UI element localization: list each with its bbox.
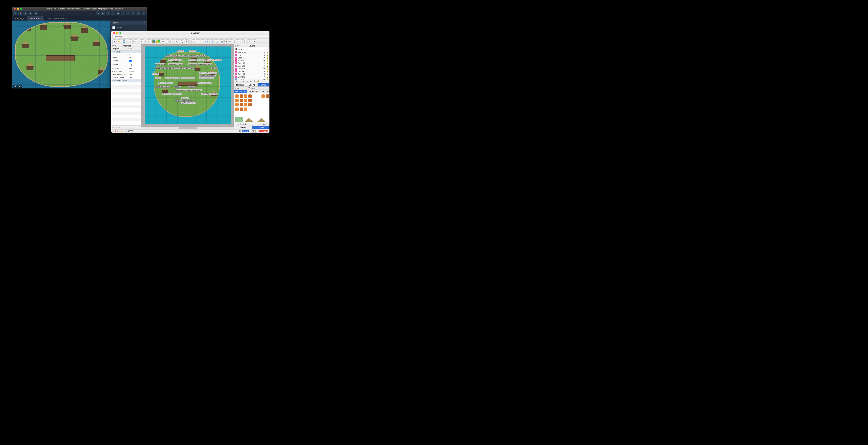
layer-row[interactable]: Domek4👁🔓 — [234, 67, 270, 70]
tool-icon[interactable]: ◩ — [101, 11, 105, 15]
redo-icon[interactable]: ↷ — [126, 11, 130, 15]
terrain-icon[interactable]: ◆ — [152, 39, 156, 43]
lock-icon[interactable]: 🔒 — [257, 80, 260, 83]
insert-text-icon[interactable]: Abc — [229, 39, 233, 43]
select-same-icon[interactable]: ╲ — [180, 39, 184, 43]
tileset-tab[interactable]: tile_vikings1 — [261, 90, 270, 93]
object-label[interactable]: Domek_graf_5_raf_6 — [155, 86, 170, 88]
object-label[interactable]: Domek_graf_5_raf_6 — [197, 82, 212, 84]
object-label[interactable]: Lawka_1 — [188, 86, 195, 88]
property-group[interactable]: Tile Layer — [112, 50, 141, 54]
visible-icon[interactable]: 👁 — [264, 57, 266, 59]
up-icon[interactable]: ▲ — [239, 80, 242, 83]
lock-icon[interactable]: 🔓 — [266, 75, 269, 78]
tab-new-scene[interactable]: New scene× — [27, 16, 44, 21]
tile-sprite[interactable] — [240, 107, 243, 111]
layers-icon[interactable]: ≡ — [111, 11, 115, 15]
tileset-tab[interactable]: tile_vikings1 — [247, 90, 261, 93]
object-label[interactable]: Kamien_1 — [181, 97, 189, 99]
visible-icon[interactable]: 👁 — [264, 65, 266, 67]
save-icon[interactable]: 💾 — [122, 39, 126, 43]
insert-rectangle-icon[interactable]: ▭ — [201, 39, 205, 43]
property-value[interactable]: Not set — [128, 70, 141, 73]
embed-icon[interactable]: ⬇ — [237, 123, 239, 125]
more-icon[interactable]: ⋮ — [143, 26, 145, 29]
eraser-icon[interactable]: ◪ — [170, 39, 175, 43]
object-label[interactable]: Domek_collider_wall — [199, 77, 214, 79]
opacity-slider[interactable] — [244, 49, 268, 50]
close-icon[interactable]: × — [66, 17, 67, 20]
lock-icon[interactable]: 🔓 — [266, 59, 269, 62]
grid-icon[interactable]: ▦ — [136, 11, 141, 15]
layer-row[interactable]: Kamienie👁🔓 — [234, 51, 270, 54]
chevron-right-icon[interactable]: » — [252, 39, 256, 43]
locked-checkbox[interactable] — [129, 64, 131, 66]
close-icon[interactable]: ⊗ ⊗ — [235, 87, 239, 89]
close-icon[interactable]: ⊗ ⊗ — [235, 45, 239, 47]
lock-icon[interactable]: 🔓 — [266, 54, 269, 56]
visible-icon[interactable]: 👁 — [264, 76, 266, 78]
property-group[interactable]: Custom Properties — [112, 79, 141, 82]
object-label[interactable]: collider10 — [209, 93, 217, 95]
filter-icon[interactable]: ⚙ — [141, 22, 143, 24]
object-label[interactable]: Domek_graf_1_raf_1 — [191, 55, 207, 57]
tab-minimap[interactable]: Mini-map — [234, 83, 246, 87]
object-label[interactable]: Domek_graf_1_raf_1 — [165, 55, 181, 57]
maximize-icon[interactable] — [20, 8, 22, 10]
tile-sprite[interactable] — [235, 107, 239, 111]
layer-row[interactable]: Domek1👁🔓 — [234, 75, 270, 78]
object-label[interactable]: collider6 — [189, 50, 196, 52]
magic-wand-icon[interactable]: ▢ — [175, 39, 179, 43]
object-label[interactable]: collider7 — [177, 50, 184, 52]
tile-sprite[interactable] — [248, 103, 252, 106]
tile-sprite[interactable] — [235, 103, 239, 106]
lock-icon[interactable]: 🔓 — [266, 78, 269, 80]
tab-tilesets[interactable]: Tilesets — [252, 126, 270, 129]
visible-icon[interactable]: 👁 — [264, 59, 266, 62]
lock-icon[interactable]: 🔓 — [266, 62, 269, 64]
down-icon[interactable]: ▼ — [242, 80, 245, 83]
open-icon[interactable]: 📂 — [117, 39, 121, 43]
tile-terrain[interactable] — [235, 117, 243, 122]
tile-hut[interactable] — [256, 118, 267, 122]
layer-row[interactable]: Domek6👁🔓 — [234, 62, 270, 64]
tile-sprite[interactable] — [244, 94, 247, 98]
object-label[interactable]: Lawka_collider_wall_2 — [207, 59, 222, 61]
tab-objects[interactable]: Objects — [246, 83, 258, 87]
tile-hut[interactable] — [243, 118, 254, 122]
tile-sprite[interactable] — [248, 94, 252, 98]
instances-icon[interactable]: ⬔ — [116, 11, 120, 15]
tab-layers[interactable]: Layers — [258, 83, 270, 87]
export-icon[interactable]: ▣ — [18, 11, 22, 15]
lock-icon[interactable]: 🔓 — [266, 51, 269, 54]
close-icon[interactable]: × — [144, 22, 145, 24]
object-label[interactable]: Kamien_collider_wall — [179, 67, 194, 69]
scrollbar-thumb[interactable] — [179, 127, 197, 129]
new-icon[interactable]: ✦ — [113, 39, 117, 43]
tile-sprite[interactable] — [244, 99, 247, 102]
object-label[interactable]: Scena_collider_wall — [181, 77, 195, 79]
tile-sprite[interactable] — [266, 94, 269, 98]
replace-icon[interactable]: ⟲ — [242, 123, 244, 125]
tile-sprite[interactable] — [235, 99, 239, 102]
visible-icon[interactable]: 👁 — [264, 51, 266, 54]
object-label[interactable]: Domek_graf_5_raf_6 — [168, 63, 183, 65]
debug-icon[interactable]: ▦ — [24, 11, 27, 15]
tile-sprite[interactable] — [240, 94, 243, 98]
fill-icon[interactable]: ◆ — [156, 39, 160, 43]
close-icon[interactable]: ⊗ ⊗ — [112, 45, 116, 47]
layer-row[interactable]: Scena👁🔓 — [234, 56, 270, 59]
object-label[interactable]: Domek_graf_1_raf_2 — [165, 77, 180, 79]
lock-icon[interactable]: 🔓 — [266, 65, 269, 67]
duplicate-icon[interactable]: ⧉ — [246, 80, 249, 83]
preview-icon[interactable]: ▦ — [34, 11, 38, 15]
visible-checkbox[interactable] — [129, 60, 131, 62]
tool-icon[interactable]: ◪ — [96, 11, 100, 15]
object-label[interactable]: collider11 — [201, 93, 209, 95]
visible-icon[interactable]: 👁 — [264, 73, 266, 75]
news-badge[interactable]: ❗ News — [259, 130, 268, 132]
insert-ellipse-icon[interactable]: ◯ — [210, 39, 214, 43]
edit-icon[interactable]: ✎ — [106, 11, 110, 15]
tileset-zoom[interactable]: 100 % — [261, 123, 269, 126]
object-label[interactable]: Domek_graf_1 — [155, 63, 165, 65]
